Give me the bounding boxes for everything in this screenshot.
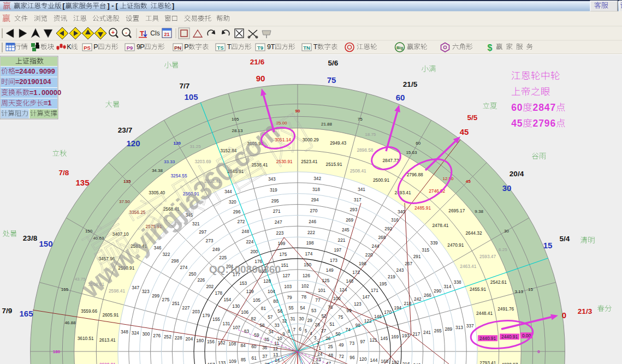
svg-text:83: 83 bbox=[244, 329, 250, 334]
svg-text:148: 148 bbox=[346, 278, 353, 284]
svg-text:135: 135 bbox=[75, 178, 89, 187]
svg-text:314: 314 bbox=[443, 284, 451, 289]
svg-text:169: 169 bbox=[391, 334, 399, 339]
svg-text:23/8: 23/8 bbox=[23, 234, 38, 242]
svg-text:165: 165 bbox=[61, 287, 69, 292]
svg-text:153: 153 bbox=[239, 281, 247, 286]
svg-text:222: 222 bbox=[307, 230, 315, 235]
svg-text:57: 57 bbox=[268, 314, 273, 320]
svg-text:76: 76 bbox=[328, 305, 333, 310]
svg-text:244: 244 bbox=[372, 243, 380, 249]
svg-text:52: 52 bbox=[321, 313, 327, 319]
svg-text:60: 60 bbox=[416, 141, 420, 146]
svg-text:4: 4 bbox=[511, 118, 517, 129]
svg-text:90: 90 bbox=[295, 109, 300, 114]
svg-text:78: 78 bbox=[301, 294, 307, 300]
svg-text:]: ] bbox=[172, 2, 174, 10]
svg-text:2644.32: 2644.32 bbox=[466, 230, 482, 236]
svg-text:296: 296 bbox=[233, 209, 241, 214]
svg-text:QQ:100800360: QQ:100800360 bbox=[209, 264, 281, 275]
svg-text:27: 27 bbox=[321, 328, 327, 333]
svg-text:9.38: 9.38 bbox=[475, 209, 483, 214]
svg-text:9: 9 bbox=[544, 118, 550, 129]
svg-text:21.88: 21.88 bbox=[321, 122, 333, 127]
svg-text:2620.91: 2620.91 bbox=[99, 362, 116, 364]
svg-text:271: 271 bbox=[273, 208, 281, 214]
svg-text:2523.41: 2523.41 bbox=[301, 159, 317, 164]
svg-text:77: 77 bbox=[315, 297, 321, 303]
svg-text:21/5: 21/5 bbox=[403, 80, 418, 88]
svg-text:73: 73 bbox=[349, 341, 355, 346]
svg-text:2508.41: 2508.41 bbox=[350, 168, 366, 174]
svg-text:99: 99 bbox=[347, 308, 352, 313]
svg-text:221: 221 bbox=[338, 237, 346, 243]
svg-text:216: 216 bbox=[402, 361, 410, 364]
svg-text:103: 103 bbox=[284, 284, 292, 289]
svg-text:204: 204 bbox=[185, 336, 193, 342]
svg-text:2: 2 bbox=[19, 67, 23, 75]
svg-text:2613.41: 2613.41 bbox=[99, 337, 116, 343]
svg-text:173: 173 bbox=[330, 258, 337, 263]
svg-text:241: 241 bbox=[423, 330, 431, 335]
svg-text:157: 157 bbox=[208, 362, 215, 364]
svg-text:P: P bbox=[93, 43, 98, 51]
svg-text:34: 34 bbox=[268, 329, 274, 335]
svg-text:194: 194 bbox=[394, 305, 401, 311]
svg-text:2: 2 bbox=[533, 118, 538, 129]
svg-text:270: 270 bbox=[310, 208, 317, 213]
svg-text:23/7: 23/7 bbox=[118, 126, 132, 134]
svg-text:3: 3 bbox=[314, 335, 317, 341]
svg-text:3610.51: 3610.51 bbox=[78, 336, 94, 341]
svg-text:8: 8 bbox=[287, 329, 290, 334]
svg-text:2493.41: 2493.41 bbox=[395, 190, 411, 195]
svg-text:6: 6 bbox=[299, 326, 301, 332]
svg-text:132: 132 bbox=[218, 340, 226, 345]
svg-text:+: + bbox=[111, 29, 115, 35]
svg-text:321: 321 bbox=[192, 221, 200, 226]
svg-text:35: 35 bbox=[264, 337, 270, 342]
svg-text:121: 121 bbox=[370, 337, 377, 343]
svg-text:23: 23 bbox=[316, 357, 321, 362]
svg-text:242: 242 bbox=[414, 296, 422, 302]
svg-text:33.33: 33.33 bbox=[164, 159, 175, 164]
svg-text:12: 12 bbox=[273, 346, 279, 351]
svg-text:1: 1 bbox=[33, 88, 37, 97]
svg-text:75: 75 bbox=[358, 117, 363, 122]
svg-text:2478.41: 2478.41 bbox=[432, 223, 448, 228]
svg-text:292: 292 bbox=[384, 226, 392, 231]
svg-text:0: 0 bbox=[537, 349, 540, 354]
svg-text:195: 195 bbox=[379, 281, 387, 287]
svg-text:P9: P9 bbox=[127, 45, 133, 51]
svg-text:291: 291 bbox=[413, 254, 421, 259]
svg-text:299: 299 bbox=[152, 293, 159, 299]
svg-text:7/8: 7/8 bbox=[59, 169, 69, 177]
svg-text:249: 249 bbox=[212, 247, 220, 252]
svg-text:219: 219 bbox=[388, 274, 395, 279]
svg-text:131: 131 bbox=[223, 321, 230, 326]
svg-text:317: 317 bbox=[354, 197, 362, 202]
svg-text:151: 151 bbox=[281, 262, 288, 268]
svg-text:T: T bbox=[271, 43, 275, 51]
svg-text:30: 30 bbox=[299, 316, 304, 321]
svg-text:9: 9 bbox=[39, 67, 43, 75]
svg-text:339: 339 bbox=[430, 240, 438, 246]
svg-text:45: 45 bbox=[466, 179, 471, 184]
svg-text:124: 124 bbox=[339, 287, 347, 293]
svg-text:29: 29 bbox=[307, 318, 313, 323]
svg-text:9: 9 bbox=[282, 331, 285, 337]
svg-text:129: 129 bbox=[246, 289, 254, 294]
svg-text:37: 37 bbox=[262, 354, 268, 359]
svg-text:31.25: 31.25 bbox=[190, 144, 202, 149]
svg-text:79: 79 bbox=[287, 295, 292, 300]
svg-text:2: 2 bbox=[19, 77, 23, 86]
svg-text:100: 100 bbox=[333, 296, 341, 301]
svg-text:25: 25 bbox=[328, 344, 333, 349]
svg-text:150: 150 bbox=[304, 262, 311, 267]
svg-text:320: 320 bbox=[229, 199, 236, 205]
svg-text:273: 273 bbox=[206, 238, 214, 243]
svg-text:2463.41: 2463.41 bbox=[460, 264, 476, 269]
svg-text:192: 192 bbox=[392, 360, 399, 364]
svg-text:243: 243 bbox=[396, 267, 404, 273]
svg-text:21: 21 bbox=[164, 32, 169, 37]
svg-text:0: 0 bbox=[43, 77, 47, 86]
